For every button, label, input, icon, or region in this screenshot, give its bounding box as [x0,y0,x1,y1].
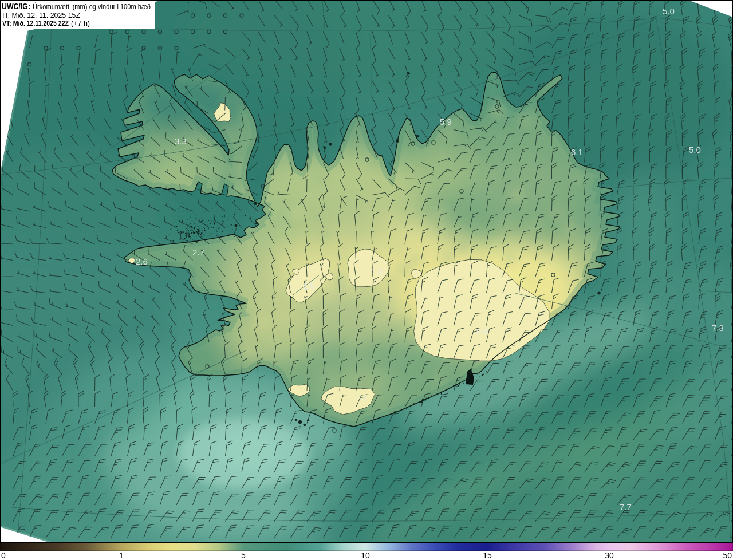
svg-text:2.7: 2.7 [192,247,204,257]
svg-text:VT: Mið. 12.11.2025 22Z: VT: Mið. 12.11.2025 22Z [2,19,69,27]
svg-text:0: 0 [1,551,6,560]
svg-text:IT: Mið. 12. 11. 2025 15Z: IT: Mið. 12. 11. 2025 15Z [2,11,80,19]
svg-text:UWC/IG:: UWC/IG: [2,2,30,11]
svg-text:5.0: 5.0 [689,145,701,155]
svg-text:7.7: 7.7 [620,502,632,512]
svg-text:1.4: 1.4 [356,392,368,402]
svg-text:10: 10 [361,551,370,560]
svg-text:2.6: 2.6 [136,257,148,266]
svg-text:1.3: 1.3 [371,266,383,276]
svg-text:3.3: 3.3 [175,136,187,146]
svg-text:(+7 h): (+7 h) [71,19,90,27]
svg-text:0.8: 0.8 [476,326,488,336]
svg-text:5: 5 [241,551,246,560]
svg-text:6.1: 6.1 [571,147,583,157]
svg-text:5.0: 5.0 [663,6,675,16]
svg-text:1.5: 1.5 [303,281,315,290]
svg-text:1: 1 [119,551,124,560]
svg-text:Úrkomumætti (mm) og vindur i 1: Úrkomumætti (mm) og vindur i 100m hæð [33,2,151,11]
svg-text:50: 50 [723,551,732,560]
svg-text:5.9: 5.9 [440,117,452,127]
svg-text:7.3: 7.3 [712,323,724,333]
svg-text:15: 15 [483,551,492,560]
svg-text:30: 30 [605,551,614,560]
